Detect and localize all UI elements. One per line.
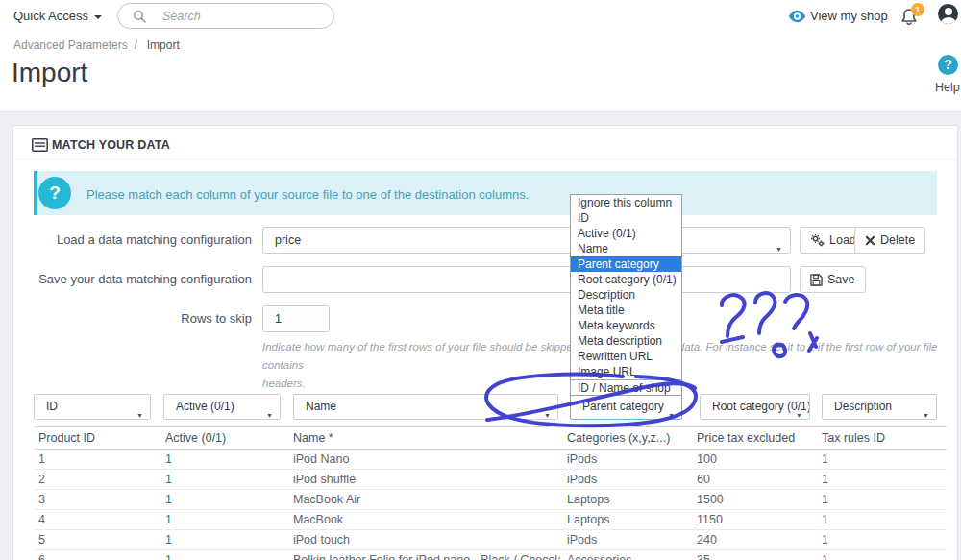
table-row: 11iPod NanoiPods1001 <box>34 450 947 470</box>
save-button[interactable]: Save <box>800 266 866 293</box>
notification-badge: 1 <box>911 3 924 16</box>
table-cell: iPod shuffle <box>293 473 560 486</box>
import-page: Quick Access Search View my shop 1 Advan… <box>0 0 961 560</box>
table-cell: 1 <box>822 513 942 526</box>
breadcrumb-current: Import <box>147 38 180 52</box>
chevron-down-icon <box>94 15 102 19</box>
column-mapping-select[interactable]: Description▼ <box>822 394 937 420</box>
destination-column-dropdown: Ignore this columnIDActive (0/1)NamePare… <box>570 194 682 396</box>
select-value: Name <box>306 400 336 413</box>
table-header-cell: Tax rules ID <box>822 431 942 445</box>
table-cell: 1 <box>822 473 942 486</box>
chevron-down-icon: ▼ <box>668 403 675 420</box>
select-value: Parent category <box>582 400 664 413</box>
quick-access-menu[interactable]: Quick Access <box>13 9 102 23</box>
save-button-label: Save <box>827 273 855 286</box>
load-config-value: price <box>275 233 301 247</box>
dropdown-option[interactable]: Active (0/1) <box>571 226 681 241</box>
table-row: 31MacBook AirLaptops15001 <box>34 490 947 510</box>
table-cell: 1 <box>165 533 285 547</box>
column-mapping-select[interactable]: ID▼ <box>34 394 151 420</box>
dropdown-option[interactable]: Image URL <box>571 364 681 379</box>
avatar-person-icon <box>945 8 952 15</box>
table-cell: 1 <box>165 513 285 526</box>
rows-to-skip-input[interactable]: 1 <box>262 305 330 332</box>
select-value: ID <box>46 400 58 413</box>
table-cell: Accessories <box>567 553 690 560</box>
column-mapping-select[interactable]: Root category (0/1)▼ <box>700 394 810 420</box>
dropdown-option[interactable]: Meta title <box>571 303 681 318</box>
table-cell: 240 <box>697 533 814 547</box>
select-value: Active (0/1) <box>176 400 234 413</box>
info-alert-text: Please match each column of your source … <box>86 187 529 202</box>
x-icon <box>865 235 875 246</box>
dropdown-option[interactable]: Rewritten URL <box>571 349 681 364</box>
search-placeholder: Search <box>162 10 201 23</box>
breadcrumb: Advanced Parameters / Import <box>13 38 180 52</box>
save-config-label: Save your data matching configuration <box>19 272 252 286</box>
rows-to-skip-label: Rows to skip <box>19 311 252 326</box>
breadcrumb-parent[interactable]: Advanced Parameters <box>13 38 128 52</box>
search-input[interactable]: Search <box>117 3 334 29</box>
table-cell: 5 <box>38 533 159 547</box>
dropdown-option[interactable]: Meta keywords <box>571 318 681 333</box>
import-preview-table: Product IDActive (0/1)Name *Categories (… <box>34 426 947 560</box>
dropdown-option[interactable]: Root category (0/1) <box>571 272 681 287</box>
save-config-input[interactable] <box>262 266 791 293</box>
dropdown-option[interactable]: ID <box>571 210 681 226</box>
avatar[interactable] <box>938 4 958 24</box>
divider <box>13 159 957 160</box>
floppy-disk-icon <box>810 274 823 286</box>
gears-icon <box>810 233 825 247</box>
quick-access-label: Quick Access <box>13 9 88 23</box>
table-row: 61Belkin leather Folio for iPod nano - B… <box>34 550 947 560</box>
load-button-label: Load <box>829 233 856 247</box>
dropdown-option[interactable]: Parent category <box>571 256 681 272</box>
table-cell: 100 <box>697 452 814 466</box>
help-button[interactable]: ? <box>938 55 958 75</box>
question-circle-icon: ? <box>38 177 71 209</box>
table-cell: Laptops <box>567 493 690 506</box>
load-config-label: Load a data matching configuration <box>19 232 252 247</box>
table-cell: iPod Nano <box>293 452 560 466</box>
delete-button[interactable]: Delete <box>854 227 925 254</box>
table-cell: 35 <box>697 553 814 560</box>
chevron-down-icon: ▼ <box>796 403 802 420</box>
table-cell: 1 <box>165 473 285 486</box>
table-cell: Laptops <box>567 513 690 526</box>
dropdown-option[interactable]: Name <box>571 241 681 256</box>
table-cell: 1 <box>822 533 942 547</box>
view-my-shop-link[interactable]: View my shop <box>810 9 888 23</box>
dropdown-option[interactable]: Meta description <box>571 333 681 349</box>
table-header-cell: Product ID <box>38 431 159 445</box>
table-cell: iPods <box>567 473 690 486</box>
chevron-down-icon: ▼ <box>923 403 929 420</box>
eye-icon <box>788 10 806 23</box>
table-cell: 1150 <box>697 513 814 526</box>
column-mapping-select[interactable]: Parent category▼ <box>570 394 682 420</box>
chevron-down-icon: ▼ <box>136 403 143 420</box>
column-mapping-select[interactable]: Active (0/1)▼ <box>163 394 281 420</box>
chevron-down-icon: ▼ <box>776 237 782 254</box>
table-cell: 1500 <box>697 493 814 506</box>
table-cell: 1 <box>165 493 285 506</box>
table-cell: MacBook Air <box>293 493 560 506</box>
table-cell: 1 <box>165 452 285 466</box>
select-value: Description <box>834 400 892 413</box>
table-cell: 4 <box>38 513 159 526</box>
table-cell: 1 <box>822 553 942 560</box>
chevron-down-icon: ▼ <box>544 403 551 420</box>
dropdown-option[interactable]: ID / Name of shop <box>571 379 681 395</box>
table-cell: 2 <box>38 473 159 486</box>
column-mapping-select[interactable]: Name▼ <box>293 394 558 420</box>
dropdown-option[interactable]: Ignore this column <box>571 195 681 210</box>
panel-title: MATCH YOUR DATA <box>52 138 170 152</box>
load-config-select[interactable]: price ▼ <box>262 227 791 254</box>
table-header-cell: Categories (x,y,z...) <box>567 431 690 445</box>
dropdown-option[interactable]: Description <box>571 287 681 303</box>
table-cell: 6 <box>38 553 159 560</box>
table-row: 21iPod shuffleiPods601 <box>34 470 947 490</box>
page-title: Import <box>12 58 87 88</box>
table-cell: Belkin leather Folio for iPod nano - Bla… <box>293 553 560 560</box>
table-cell: 1 <box>822 493 942 506</box>
